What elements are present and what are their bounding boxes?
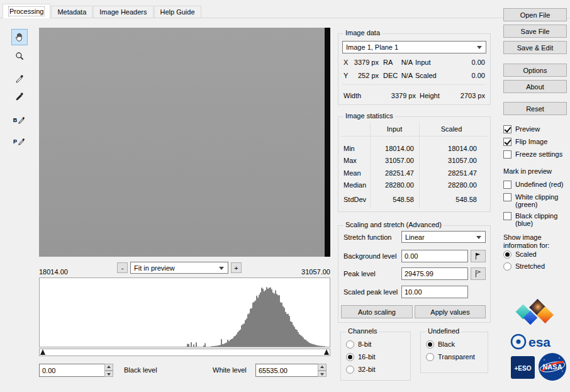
checkbox-icon[interactable] [503,125,511,133]
tool-letter-p: P [13,139,17,145]
radio-label: Stretched [515,262,545,271]
scaled-value: 0.00 [439,72,485,80]
radio-label: 16-bit [358,353,376,361]
black-level-input[interactable] [39,364,105,377]
zoom-mode-select[interactable]: Fit in preview [130,262,228,274]
plane-select[interactable]: Image 1, Plane 1 [342,41,486,53]
flip-image-checkbox[interactable]: Flip Image [503,138,547,146]
background-level-picker-tool[interactable]: B [11,112,28,128]
checkbox-icon[interactable] [503,150,511,159]
stretch-function-value: Linear [405,233,425,241]
radio-icon[interactable] [426,353,434,361]
black-level-picker-tool[interactable] [11,88,28,104]
radio-scaled[interactable]: Scaled [503,250,537,259]
stat-scaled-value: 18014.00 [420,145,477,153]
radio-icon[interactable] [346,353,354,361]
checkbox-icon[interactable] [503,181,511,189]
fits-liberator-window: Processing Metadata Image Headers Help G… [0,0,570,392]
apply-values-button[interactable]: Apply values [415,305,486,318]
white-clipping-checkbox[interactable]: White clipping (green) [503,193,566,208]
preview-checkbox[interactable]: Preview [503,125,540,133]
checkbox-icon[interactable] [503,212,511,220]
stat-input-value: 28280.00 [371,181,414,189]
magnifier-icon [15,52,25,61]
auto-scaling-button[interactable]: Auto scaling [341,305,413,318]
checkbox-label: White clipping (green) [515,193,564,208]
eso-logo-icon: +ESO [511,356,535,379]
radio-label: Scaled [515,250,537,259]
radio-8bit[interactable]: 8-bit [346,340,371,349]
save-file-label: Save File [521,28,550,35]
radio-32bit[interactable]: 32-bit [346,366,376,374]
table-divider [419,122,420,208]
black-level-spinner[interactable] [104,364,113,377]
zoom-out-button[interactable]: - [117,262,128,273]
options-button[interactable]: Options [503,64,567,77]
tab-bar: Processing Metadata Image Headers Help G… [0,0,570,18]
undefined-title: Undefined [426,327,461,335]
y-value: 252 px [347,72,379,80]
white-level-picker-tool[interactable] [11,70,28,87]
peak-level-label: Peak level [344,270,376,278]
save-file-button[interactable]: Save File [503,25,567,38]
background-picker-button[interactable] [471,250,486,262]
radio-label: 8-bit [358,340,371,349]
radio-16bit[interactable]: 16-bit [346,353,376,361]
checkbox-label: Freeze settings [515,150,562,159]
spin-up-icon[interactable] [104,364,113,371]
checkbox-icon[interactable] [503,193,511,201]
radio-stretched[interactable]: Stretched [503,262,545,271]
tab-label: Metadata [57,8,86,16]
stretch-function-select[interactable]: Linear [401,231,486,243]
image-preview[interactable] [39,28,330,257]
zoom-tool[interactable] [11,48,28,64]
undefined-red-checkbox[interactable]: Undefined (red) [503,181,563,189]
stat-row-label: Mean [344,169,361,177]
tab-processing[interactable]: Processing [3,4,50,18]
white-level-input[interactable] [255,364,318,377]
black-clipping-checkbox[interactable]: Black clipping (blue) [503,212,566,227]
save-edit-button[interactable]: Save & Edit [503,41,567,54]
about-button[interactable]: About [503,80,567,93]
eyedropper-icon [18,116,26,125]
level-slider-track[interactable] [39,349,330,356]
mark-in-preview-title: Mark in preview [503,167,552,176]
background-level-input[interactable] [401,250,468,262]
open-file-button[interactable]: Open File [503,8,567,21]
radio-icon[interactable] [346,366,354,374]
tab-image-headers[interactable]: Image Headers [93,6,153,18]
histogram-plot[interactable] [39,277,330,347]
radio-icon[interactable] [346,340,354,349]
radio-icon[interactable] [426,340,434,349]
white-level-slider-handle[interactable] [324,349,329,355]
stat-input-value: 28251.47 [371,169,414,177]
spin-down-icon[interactable] [318,371,327,378]
stat-input-value: 18014.00 [371,145,414,153]
black-level-slider-handle[interactable] [40,349,45,355]
radio-icon[interactable] [503,262,511,271]
spin-down-icon[interactable] [104,371,113,378]
spin-up-icon[interactable] [318,364,327,371]
zoom-in-label: + [234,264,238,272]
esa-logo: esa [510,332,561,352]
radio-icon[interactable] [503,250,511,259]
apply-values-label: Apply values [430,308,469,316]
tab-help-guide[interactable]: Help Guide [154,6,201,18]
hand-icon [14,32,25,42]
radio-undefined-black[interactable]: Black [426,340,455,349]
reset-button[interactable]: Reset [503,102,567,115]
white-level-spinner[interactable] [318,364,327,377]
histogram-max-label: 31057.00 [253,268,330,276]
height-label: Height [420,92,440,100]
peak-level-picker-tool[interactable]: P [11,133,28,150]
hand-tool[interactable] [11,29,28,45]
scaled-peak-level-input[interactable] [401,286,468,298]
peak-level-input[interactable] [401,267,468,280]
tab-metadata[interactable]: Metadata [51,6,92,18]
checkbox-icon[interactable] [503,138,511,146]
freeze-settings-checkbox[interactable]: Freeze settings [503,150,562,159]
radio-undefined-transparent[interactable]: Transparent [426,353,475,361]
zoom-in-button[interactable]: + [231,262,242,273]
stat-row-label: Max [344,157,357,165]
peak-picker-button[interactable] [471,267,486,280]
